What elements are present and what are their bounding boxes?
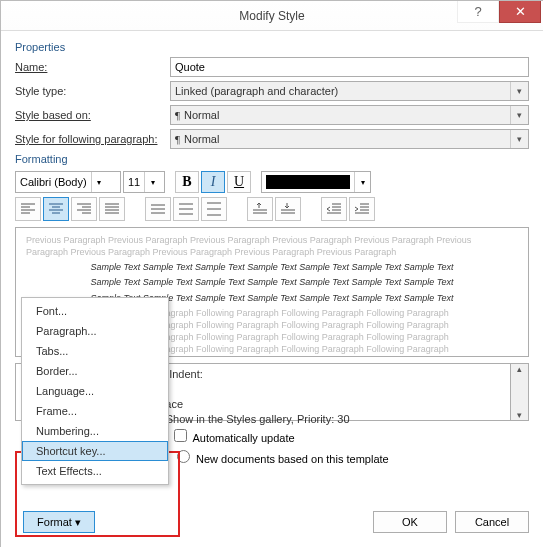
menu-font[interactable]: Font... [22, 301, 168, 321]
cancel-button[interactable]: Cancel [455, 511, 529, 533]
chevron-down-icon: ▾ [510, 82, 528, 100]
ok-button[interactable]: OK [373, 511, 447, 533]
auto-checkbox[interactable] [174, 429, 187, 442]
align-right-button[interactable] [71, 197, 97, 221]
chevron-down-icon: ▾ [510, 106, 528, 124]
following-select[interactable]: ¶ Normal ▾ [170, 129, 529, 149]
linespace-15-icon [178, 202, 194, 216]
newdocs-radio[interactable]: New documents based on this template [172, 447, 529, 465]
desc-scrollbar[interactable]: ▴ ▾ [511, 363, 529, 421]
name-input[interactable] [170, 57, 529, 77]
italic-button[interactable]: I [201, 171, 225, 193]
font-color-select[interactable]: ▾ [261, 171, 371, 193]
preview-sample: Sample Text Sample Text Sample Text Samp… [26, 276, 518, 288]
newdocs-radio-input[interactable] [177, 450, 190, 463]
indent-dec-button[interactable] [321, 197, 347, 221]
menu-numbering[interactable]: Numbering... [22, 421, 168, 441]
section-formatting: Formatting [15, 153, 529, 165]
preview-prev2: Paragraph Previous Paragraph Previous Pa… [26, 246, 518, 258]
menu-text-effects[interactable]: Text Effects... [22, 461, 168, 481]
space-before-inc-button[interactable] [247, 197, 273, 221]
style-type-value: Linked (paragraph and character) [175, 85, 338, 97]
based-on-value: Normal [184, 109, 219, 121]
chevron-down-icon: ▾ [91, 172, 107, 192]
format-button[interactable]: Format ▾ [23, 511, 95, 533]
style-type-select[interactable]: Linked (paragraph and character) ▾ [170, 81, 529, 101]
menu-language[interactable]: Language... [22, 381, 168, 401]
space-before-dec-button[interactable] [275, 197, 301, 221]
size-value: 11 [128, 176, 140, 188]
align-left-button[interactable] [15, 197, 41, 221]
indent-inc-icon [354, 202, 370, 216]
linespace-1-icon [150, 202, 166, 216]
newdocs-label: New documents based on this template [196, 453, 389, 465]
chevron-down-icon: ▾ [144, 172, 160, 192]
align-center-button[interactable] [43, 197, 69, 221]
color-swatch [266, 175, 350, 189]
preview-sample: Sample Text Sample Text Sample Text Samp… [26, 261, 518, 273]
align-left-icon [20, 202, 36, 216]
menu-shortcut-key[interactable]: Shortcut key... [22, 441, 168, 461]
chevron-down-icon: ▾ [510, 130, 528, 148]
section-properties: Properties [15, 41, 529, 53]
menu-frame[interactable]: Frame... [22, 401, 168, 421]
menu-tabs[interactable]: Tabs... [22, 341, 168, 361]
help-button[interactable]: ? [457, 1, 499, 23]
pilcrow-icon: ¶ [175, 133, 180, 145]
menu-paragraph[interactable]: Paragraph... [22, 321, 168, 341]
auto-label: Automatically update [192, 432, 294, 444]
scroll-down-icon: ▾ [511, 410, 528, 420]
style-type-label: Style type: [15, 85, 170, 97]
preview-prev: Previous Paragraph Previous Paragraph Pr… [26, 234, 518, 246]
name-label: Name: [15, 61, 170, 73]
align-center-icon [48, 202, 64, 216]
format-menu: Font... Paragraph... Tabs... Border... L… [21, 297, 169, 485]
close-button[interactable]: ✕ [499, 1, 541, 23]
linespace-15-button[interactable] [173, 197, 199, 221]
bold-button[interactable]: B [175, 171, 199, 193]
font-value: Calibri (Body) [20, 176, 87, 188]
following-value: Normal [184, 133, 219, 145]
align-right-icon [76, 202, 92, 216]
chevron-down-icon: ▾ [354, 172, 370, 192]
align-justify-icon [104, 202, 120, 216]
align-justify-button[interactable] [99, 197, 125, 221]
indent-inc-button[interactable] [349, 197, 375, 221]
auto-update-check[interactable]: Automatically update [170, 426, 529, 445]
indent-dec-icon [326, 202, 342, 216]
underline-button[interactable]: U [227, 171, 251, 193]
scroll-up-icon: ▴ [511, 364, 528, 374]
based-on-select[interactable]: ¶ Normal ▾ [170, 105, 529, 125]
space-before-dec-icon [280, 202, 296, 216]
font-select[interactable]: Calibri (Body) ▾ [15, 171, 121, 193]
pilcrow-icon: ¶ [175, 109, 180, 121]
linespace-2-icon [206, 202, 222, 216]
size-select[interactable]: 11 ▾ [123, 171, 165, 193]
space-before-inc-icon [252, 202, 268, 216]
linespace-1-button[interactable] [145, 197, 171, 221]
linespace-2-button[interactable] [201, 197, 227, 221]
titlebar: Modify Style ? ✕ [1, 1, 543, 31]
menu-border[interactable]: Border... [22, 361, 168, 381]
based-on-label: Style based on: [15, 109, 170, 121]
following-label: Style for following paragraph: [15, 133, 170, 145]
